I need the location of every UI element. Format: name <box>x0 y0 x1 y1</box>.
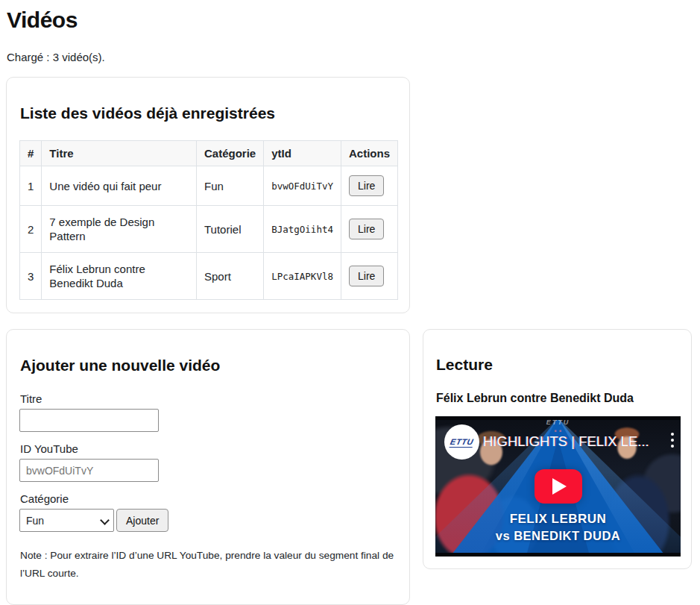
cell-titre: 7 exemple de Design Pattern <box>42 206 197 253</box>
cell-titre: Félix Lebrun contre Benedikt Duda <box>42 253 197 300</box>
table-row: 2 7 exemple de Design Pattern Tutoriel B… <box>20 206 398 253</box>
play-icon <box>552 478 567 495</box>
titre-label: Titre <box>20 392 397 405</box>
kebab-menu-icon[interactable] <box>671 433 674 451</box>
categorie-label: Catégorie <box>20 492 397 505</box>
lire-button[interactable]: Lire <box>349 219 384 239</box>
video-overlay-title[interactable]: HIGHLIGHTS | FELIX LE... <box>483 433 652 450</box>
video-list-heading: Liste des vidéos déjà enregistrées <box>20 104 397 122</box>
load-status: Chargé : 3 vidéo(s). <box>7 51 694 63</box>
ettu-logo: ETTU <box>444 424 479 460</box>
titre-input[interactable] <box>19 409 159 432</box>
cell-ytid: LPcaIAPKVl8 <box>264 253 341 300</box>
cell-categorie: Tutoriel <box>197 206 264 253</box>
player-card: Lecture Félix Lebrun contre Benedikt Dud… <box>423 329 692 569</box>
cell-num: 1 <box>20 166 42 206</box>
letterbox-bottom <box>435 553 681 557</box>
ytid-input[interactable] <box>19 459 159 482</box>
col-header-num: # <box>20 141 42 166</box>
add-video-heading: Ajouter une nouvelle vidéo <box>20 357 397 374</box>
col-header-actions: Actions <box>341 141 397 166</box>
thumbnail-caption: FELIX LEBRUN vs BENEDIKT DUDA <box>435 511 681 544</box>
col-header-ytid: ytId <box>264 141 341 166</box>
table-row: 1 Une vidéo qui fait peur Fun bvwOFdUiTv… <box>20 166 398 206</box>
cell-titre: Une vidéo qui fait peur <box>42 166 197 206</box>
lire-button[interactable]: Lire <box>349 266 384 286</box>
cell-num: 2 <box>20 206 42 253</box>
cell-num: 3 <box>20 253 42 300</box>
table-row: 3 Félix Lebrun contre Benedikt Duda Spor… <box>20 253 398 300</box>
page-title: Vidéos <box>7 7 694 33</box>
add-video-card: Ajouter une nouvelle vidéo Titre ID YouT… <box>6 329 410 605</box>
playing-video-title: Félix Lebrun contre Benedikt Duda <box>436 392 679 405</box>
lire-button[interactable]: Lire <box>349 175 384 196</box>
note-text: Note : Pour extraire l’ID d’une URL YouT… <box>20 547 397 583</box>
categorie-select[interactable]: Fun <box>19 509 114 532</box>
youtube-player[interactable]: ETTU ■ ■ ETTU HIGHLIGHTS | FELIX LE... F… <box>435 416 681 557</box>
player-heading: Lecture <box>436 356 679 374</box>
video-table: # Titre Catégorie ytId Actions 1 Une vid… <box>19 140 398 300</box>
cell-actions: Lire <box>341 206 397 253</box>
table-header-row: # Titre Catégorie ytId Actions <box>20 141 398 166</box>
cell-actions: Lire <box>341 166 397 206</box>
col-header-categorie: Catégorie <box>197 141 264 166</box>
play-button[interactable] <box>535 469 582 504</box>
ytid-label: ID YouTube <box>20 442 397 455</box>
cell-actions: Lire <box>341 253 397 300</box>
ajouter-button[interactable]: Ajouter <box>116 509 168 532</box>
cell-ytid: BJatgOiiht4 <box>264 206 341 253</box>
cell-categorie: Sport <box>197 253 264 300</box>
cell-ytid: bvwOFdUiTvY <box>264 166 341 206</box>
col-header-titre: Titre <box>42 141 197 166</box>
video-list-card: Liste des vidéos déjà enregistrées # Tit… <box>6 77 410 313</box>
cell-categorie: Fun <box>197 166 264 206</box>
